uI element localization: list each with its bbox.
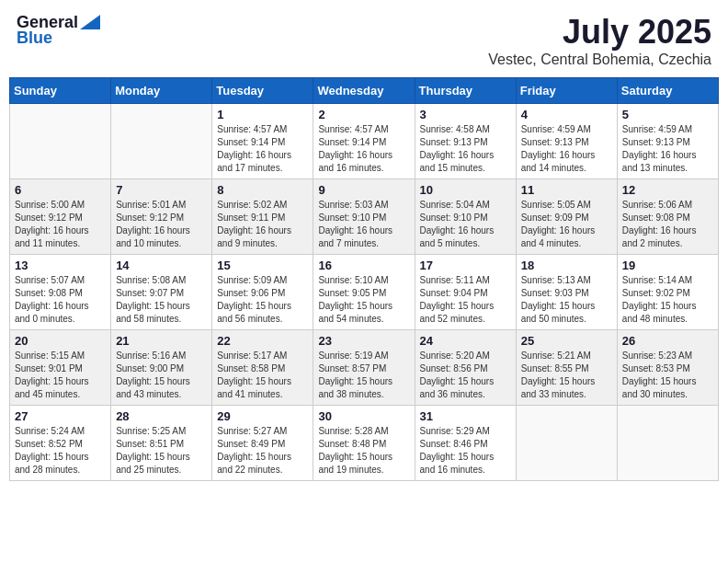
day-info: Sunrise: 5:13 AM Sunset: 9:03 PM Dayligh… [521,274,612,326]
day-info: Sunrise: 5:17 AM Sunset: 8:58 PM Dayligh… [217,350,308,401]
calendar-cell [10,104,111,179]
day-info: Sunrise: 5:15 AM Sunset: 9:01 PM Dayligh… [15,350,106,401]
day-info: Sunrise: 5:08 AM Sunset: 9:07 PM Dayligh… [116,274,207,326]
day-number: 19 [622,259,713,272]
day-info: Sunrise: 5:00 AM Sunset: 9:12 PM Dayligh… [15,199,106,250]
calendar-header-tuesday: Tuesday [212,78,313,104]
day-number: 13 [15,259,106,272]
calendar-week-row: 13Sunrise: 5:07 AM Sunset: 9:08 PM Dayli… [10,255,719,330]
day-number: 16 [318,259,409,272]
day-number: 28 [116,409,207,423]
day-info: Sunrise: 5:16 AM Sunset: 9:00 PM Dayligh… [116,350,207,401]
calendar-week-row: 6Sunrise: 5:00 AM Sunset: 9:12 PM Daylig… [10,179,719,255]
logo: General Blue [17,13,100,48]
day-info: Sunrise: 5:14 AM Sunset: 9:02 PM Dayligh… [622,274,713,326]
day-info: Sunrise: 5:10 AM Sunset: 9:05 PM Dayligh… [318,274,409,326]
day-number: 2 [318,108,409,121]
day-info: Sunrise: 5:03 AM Sunset: 9:10 PM Dayligh… [318,199,409,250]
day-number: 25 [521,334,612,348]
header: General Blue July 2025 Vestec, Central B… [9,9,719,72]
calendar-cell: 22Sunrise: 5:17 AM Sunset: 8:58 PM Dayli… [212,330,313,406]
calendar-week-row: 27Sunrise: 5:24 AM Sunset: 8:52 PM Dayli… [10,406,719,481]
day-number: 8 [217,183,308,197]
calendar-cell: 9Sunrise: 5:03 AM Sunset: 9:10 PM Daylig… [313,179,415,255]
calendar-week-row: 20Sunrise: 5:15 AM Sunset: 9:01 PM Dayli… [10,330,719,406]
day-info: Sunrise: 5:28 AM Sunset: 8:48 PM Dayligh… [318,425,409,477]
calendar-cell: 27Sunrise: 5:24 AM Sunset: 8:52 PM Dayli… [10,406,111,481]
day-number: 30 [318,409,409,423]
calendar-cell: 31Sunrise: 5:29 AM Sunset: 8:46 PM Dayli… [415,406,516,481]
calendar-week-row: 1Sunrise: 4:57 AM Sunset: 9:14 PM Daylig… [10,104,719,179]
day-info: Sunrise: 4:59 AM Sunset: 9:13 PM Dayligh… [521,123,612,175]
day-number: 31 [420,409,511,423]
day-number: 9 [318,183,409,197]
day-number: 6 [15,183,106,197]
day-info: Sunrise: 5:24 AM Sunset: 8:52 PM Dayligh… [15,425,106,477]
day-number: 26 [622,334,713,348]
title-area: July 2025 Vestec, Central Bohemia, Czech… [488,13,711,68]
calendar-cell: 19Sunrise: 5:14 AM Sunset: 9:02 PM Dayli… [617,255,718,330]
day-number: 1 [217,108,308,121]
calendar-header-friday: Friday [516,78,617,104]
calendar-cell [111,104,212,179]
day-number: 22 [217,334,308,348]
day-info: Sunrise: 5:07 AM Sunset: 9:08 PM Dayligh… [15,274,106,326]
calendar-cell: 11Sunrise: 5:05 AM Sunset: 9:09 PM Dayli… [516,179,617,255]
calendar-cell: 1Sunrise: 4:57 AM Sunset: 9:14 PM Daylig… [212,104,313,179]
calendar-cell: 15Sunrise: 5:09 AM Sunset: 9:06 PM Dayli… [212,255,313,330]
calendar-cell: 13Sunrise: 5:07 AM Sunset: 9:08 PM Dayli… [10,255,111,330]
day-info: Sunrise: 5:21 AM Sunset: 8:55 PM Dayligh… [521,350,612,401]
day-info: Sunrise: 4:59 AM Sunset: 9:13 PM Dayligh… [622,123,713,175]
day-info: Sunrise: 5:11 AM Sunset: 9:04 PM Dayligh… [420,274,511,326]
day-info: Sunrise: 5:20 AM Sunset: 8:56 PM Dayligh… [420,350,511,401]
calendar-cell: 18Sunrise: 5:13 AM Sunset: 9:03 PM Dayli… [516,255,617,330]
calendar-cell: 8Sunrise: 5:02 AM Sunset: 9:11 PM Daylig… [212,179,313,255]
day-info: Sunrise: 5:29 AM Sunset: 8:46 PM Dayligh… [420,425,511,477]
calendar-cell: 30Sunrise: 5:28 AM Sunset: 8:48 PM Dayli… [313,406,415,481]
subtitle: Vestec, Central Bohemia, Czechia [488,52,711,68]
calendar-header-wednesday: Wednesday [313,78,415,104]
day-info: Sunrise: 5:27 AM Sunset: 8:49 PM Dayligh… [217,425,308,477]
day-info: Sunrise: 4:57 AM Sunset: 9:14 PM Dayligh… [217,123,308,175]
day-number: 29 [217,409,308,423]
calendar-cell: 12Sunrise: 5:06 AM Sunset: 9:08 PM Dayli… [617,179,718,255]
calendar-cell: 29Sunrise: 5:27 AM Sunset: 8:49 PM Dayli… [212,406,313,481]
calendar-cell: 7Sunrise: 5:01 AM Sunset: 9:12 PM Daylig… [111,179,212,255]
calendar-table: SundayMondayTuesdayWednesdayThursdayFrid… [9,77,719,481]
calendar-cell [516,406,617,481]
calendar-cell: 4Sunrise: 4:59 AM Sunset: 9:13 PM Daylig… [516,104,617,179]
calendar-cell: 2Sunrise: 4:57 AM Sunset: 9:14 PM Daylig… [313,104,415,179]
day-number: 20 [15,334,106,348]
svg-marker-0 [80,15,100,29]
calendar-header-row: SundayMondayTuesdayWednesdayThursdayFrid… [10,78,719,104]
day-number: 3 [420,108,511,121]
calendar-cell: 17Sunrise: 5:11 AM Sunset: 9:04 PM Dayli… [415,255,516,330]
calendar-cell: 25Sunrise: 5:21 AM Sunset: 8:55 PM Dayli… [516,330,617,406]
day-number: 24 [420,334,511,348]
day-info: Sunrise: 5:05 AM Sunset: 9:09 PM Dayligh… [521,199,612,250]
day-info: Sunrise: 4:58 AM Sunset: 9:13 PM Dayligh… [420,123,511,175]
calendar-cell: 20Sunrise: 5:15 AM Sunset: 9:01 PM Dayli… [10,330,111,406]
day-info: Sunrise: 5:25 AM Sunset: 8:51 PM Dayligh… [116,425,207,477]
day-number: 18 [521,259,612,272]
day-info: Sunrise: 5:06 AM Sunset: 9:08 PM Dayligh… [622,199,713,250]
calendar-cell: 26Sunrise: 5:23 AM Sunset: 8:53 PM Dayli… [617,330,718,406]
day-info: Sunrise: 5:23 AM Sunset: 8:53 PM Dayligh… [622,350,713,401]
day-number: 12 [622,183,713,197]
day-number: 7 [116,183,207,197]
day-number: 21 [116,334,207,348]
calendar-header-sunday: Sunday [10,78,111,104]
calendar-cell: 23Sunrise: 5:19 AM Sunset: 8:57 PM Dayli… [313,330,415,406]
day-info: Sunrise: 5:19 AM Sunset: 8:57 PM Dayligh… [318,350,409,401]
calendar-header-saturday: Saturday [617,78,718,104]
day-number: 27 [15,409,106,423]
day-number: 10 [420,183,511,197]
calendar-cell: 14Sunrise: 5:08 AM Sunset: 9:07 PM Dayli… [111,255,212,330]
day-number: 23 [318,334,409,348]
logo-blue-text: Blue [17,29,52,48]
day-number: 5 [622,108,713,121]
day-number: 4 [521,108,612,121]
calendar-cell: 28Sunrise: 5:25 AM Sunset: 8:51 PM Dayli… [111,406,212,481]
main-title: July 2025 [488,13,711,52]
calendar-cell: 10Sunrise: 5:04 AM Sunset: 9:10 PM Dayli… [415,179,516,255]
